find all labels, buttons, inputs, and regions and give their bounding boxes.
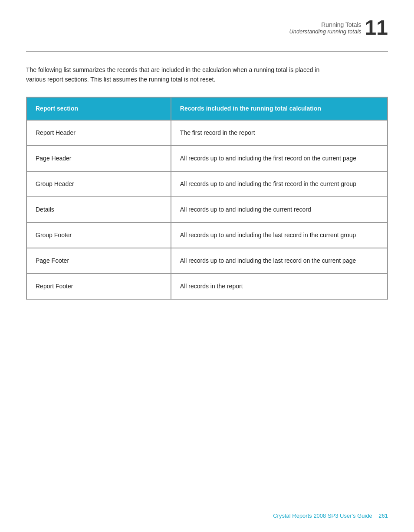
section-cell: Group Footer <box>26 222 171 248</box>
intro-paragraph: The following list summarizes the record… <box>26 65 321 85</box>
table-row: Group HeaderAll records up to and includ… <box>26 171 388 197</box>
section-cell: Report Footer <box>26 274 171 299</box>
records-cell: All records up to and including the curr… <box>171 197 388 222</box>
header-title: Running Totals <box>289 21 361 28</box>
col-header-section: Report section <box>26 97 171 121</box>
table-row: Report FooterAll records in the report <box>26 274 388 299</box>
table-row: Report HeaderThe first record in the rep… <box>26 120 388 146</box>
table-header-row: Report section Records included in the r… <box>26 97 388 121</box>
footer-page: 261 <box>378 512 388 519</box>
section-cell: Page Footer <box>26 248 171 274</box>
section-cell: Report Header <box>26 120 171 146</box>
footer-product: Crystal Reports 2008 SP3 User's Guide <box>273 512 372 519</box>
table-row: Page FooterAll records up to and includi… <box>26 248 388 274</box>
table-row: Group FooterAll records up to and includ… <box>26 222 388 248</box>
header-subtitle: Understanding running totals <box>289 28 361 35</box>
records-cell: All records up to and including the firs… <box>171 146 388 171</box>
section-cell: Page Header <box>26 146 171 171</box>
col-header-records: Records included in the running total ca… <box>171 97 388 121</box>
section-cell: Details <box>26 197 171 222</box>
table-row: DetailsAll records up to and including t… <box>26 197 388 222</box>
footer-area: Crystal Reports 2008 SP3 User's Guide 26… <box>273 512 388 519</box>
table-row: Page HeaderAll records up to and includi… <box>26 146 388 171</box>
chapter-number: 11 <box>365 17 388 38</box>
page: Running Totals Understanding running tot… <box>0 0 414 532</box>
running-totals-table: Report section Records included in the r… <box>26 97 388 300</box>
header-area: Running Totals Understanding running tot… <box>26 17 388 38</box>
records-cell: The first record in the report <box>171 120 388 146</box>
section-cell: Group Header <box>26 171 171 197</box>
header-divider <box>26 51 388 52</box>
records-cell: All records up to and including the last… <box>171 222 388 248</box>
records-cell: All records up to and including the last… <box>171 248 388 274</box>
records-cell: All records up to and including the firs… <box>171 171 388 197</box>
records-cell: All records in the report <box>171 274 388 299</box>
